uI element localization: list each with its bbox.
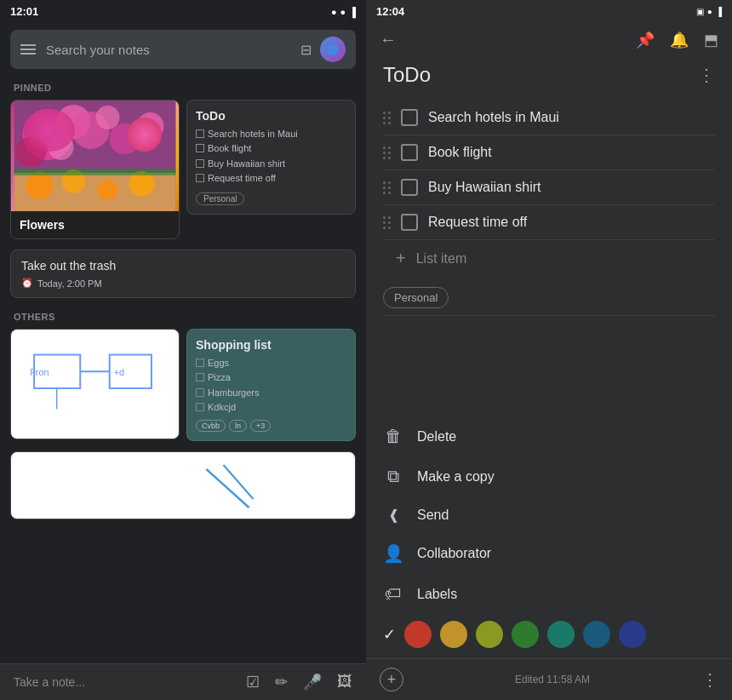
shopping-checkbox-1 [196, 359, 204, 367]
todo-item-text-3: Buy Hawaiian shirt [208, 158, 285, 170]
collaborator-action[interactable]: 👤 Collaborator [373, 533, 725, 574]
note-detail-title: ToDo [383, 63, 431, 87]
detail-checkbox-2[interactable] [401, 144, 418, 161]
todo-tag: Personal [196, 192, 244, 205]
search-text: Search your notes [46, 43, 290, 57]
shopping-checkbox-3 [196, 388, 204, 397]
detail-todo-item-1[interactable]: Search hotels in Maui [383, 100, 715, 135]
send-action[interactable]: ❰ Send [373, 496, 725, 533]
todo-item-2: Book flight [196, 142, 346, 155]
detail-todo-text-1: Search hotels in Maui [428, 110, 559, 125]
flowers-svg [11, 100, 179, 211]
labels-action[interactable]: 🏷 Labels [373, 574, 725, 614]
menu-icon[interactable] [20, 44, 36, 55]
color-green[interactable] [512, 621, 539, 648]
drawing-note-card[interactable]: Fron +d [10, 329, 180, 439]
shopping-item-text-3: Hamburgers [208, 387, 260, 399]
todo-note-card[interactable]: ToDo Search hotels in Maui Book flight B… [186, 100, 356, 215]
color-dark-blue[interactable] [619, 621, 646, 648]
detail-checkbox-4[interactable] [401, 214, 418, 231]
grid-view-icon[interactable]: ⊟ [300, 42, 312, 58]
detail-todo-item-2[interactable]: Book flight [383, 135, 715, 170]
search-bar[interactable]: Search your notes ⊟ 🌐 [10, 30, 356, 69]
shopping-item-1: Eggs [196, 357, 346, 370]
others-label: OTHERS [0, 305, 366, 325]
right-top-nav: ← 📌 🔔 ⬒ [366, 23, 732, 56]
trash-note-title: Take out the trash [21, 259, 345, 273]
pencil-icon[interactable]: ✏ [275, 673, 288, 691]
add-note-button[interactable]: + [380, 668, 403, 691]
collaborator-icon: 👤 [383, 543, 403, 564]
color-teal[interactable] [547, 621, 575, 648]
detail-checkbox-1[interactable] [401, 109, 418, 126]
detail-tag[interactable]: Personal [383, 287, 449, 308]
delete-icon: 🗑 [383, 427, 403, 446]
drag-handle-4 [383, 216, 391, 229]
shopping-tag-2: ln [229, 420, 247, 432]
left-status-bar: 12:01 ● ● ▐ [0, 0, 366, 23]
pin-icon[interactable]: 📌 [636, 31, 655, 49]
flowers-note-card[interactable]: Flowers [10, 100, 180, 239]
left-bottom-bar: Take a note... ☑ ✏ 🎤 🖼 [0, 663, 366, 700]
pinned-notes-grid: Flowers ToDo Search hotels in Maui Book … [0, 96, 366, 243]
right-status-icons: ▣ ● ▐ [696, 7, 722, 16]
svg-point-8 [137, 112, 164, 140]
color-row: ✓ [366, 614, 732, 658]
svg-point-3 [16, 136, 47, 167]
left-panel: 12:01 ● ● ▐ Search your notes ⊟ 🌐 PINNED [0, 0, 366, 700]
shopping-note-card[interactable]: Shopping list Eggs Pizza Hamburgers Kdkc… [186, 329, 356, 441]
reminder-icon[interactable]: 🔔 [670, 31, 689, 49]
right-bottom-bar: + Edited 11:58 AM ⋮ [366, 658, 732, 700]
others-section: OTHERS Fron +d Shopping list [0, 305, 366, 519]
shopping-item-4: Kdkcjd [196, 401, 346, 414]
top-nav-icons: 📌 🔔 ⬒ [636, 31, 718, 49]
right-more-icon[interactable]: ⋮ [701, 669, 718, 690]
avatar[interactable]: 🌐 [320, 37, 346, 62]
color-red[interactable] [404, 621, 432, 648]
todo-checkbox-4 [196, 174, 204, 182]
archive-icon[interactable]: ⬒ [704, 31, 718, 49]
more-options-icon[interactable]: ⋮ [698, 65, 715, 85]
image-icon[interactable]: 🖼 [337, 673, 352, 691]
labels-label: Labels [417, 587, 457, 602]
todo-checkbox-1 [196, 129, 204, 138]
action-menu: 🗑 Delete ⧉ Make a copy ❰ Send 👤 Collabor… [366, 416, 732, 614]
color-selected-check: ✓ [383, 625, 396, 644]
copy-label: Make a copy [417, 469, 495, 485]
color-blue[interactable] [583, 621, 610, 648]
trash-note-card[interactable]: Take out the trash ⏰ Today, 2:00 PM [10, 250, 356, 298]
back-button[interactable]: ← [380, 30, 397, 49]
todo-item-text-1: Search hotels in Maui [208, 128, 298, 141]
shopping-item-3: Hamburgers [196, 387, 346, 399]
drawing-svg: Fron +d [11, 330, 179, 439]
copy-action[interactable]: ⧉ Make a copy [373, 456, 725, 496]
color-yellow-green[interactable] [476, 621, 503, 648]
detail-todo-item-3[interactable]: Buy Hawaiian shirt [383, 170, 715, 205]
mic-icon[interactable]: 🎤 [303, 673, 322, 691]
shopping-checkbox-2 [196, 373, 204, 382]
bottom-note-svg [11, 452, 355, 519]
right-battery-icon: ▐ [716, 7, 722, 16]
add-item-plus-icon[interactable]: + [396, 249, 406, 268]
battery-icon: ▐ [349, 7, 356, 17]
todo-item-1: Search hotels in Maui [196, 128, 346, 141]
detail-todo-item-4[interactable]: Request time off [383, 205, 715, 240]
svg-rect-15 [17, 330, 172, 439]
pinned-label: PINNED [0, 76, 366, 96]
svg-rect-22 [105, 452, 262, 519]
take-note-text[interactable]: Take a note... [14, 675, 246, 689]
svg-rect-14 [14, 169, 176, 175]
flowers-title: Flowers [11, 211, 179, 238]
checklist-icon[interactable]: ☑ [246, 673, 260, 691]
bottom-note-card[interactable] [10, 451, 356, 519]
todo-checkbox-2 [196, 144, 204, 152]
todo-item-3: Buy Hawaiian shirt [196, 158, 346, 170]
alarm-icon: ⏰ [21, 278, 33, 289]
svg-point-4 [49, 135, 74, 160]
edited-label: Edited 11:58 AM [403, 674, 701, 686]
delete-action[interactable]: 🗑 Delete [373, 416, 725, 456]
add-item-row[interactable]: + List item [383, 240, 715, 277]
copy-icon: ⧉ [383, 467, 403, 486]
color-orange[interactable] [440, 621, 467, 648]
detail-checkbox-3[interactable] [401, 179, 418, 196]
